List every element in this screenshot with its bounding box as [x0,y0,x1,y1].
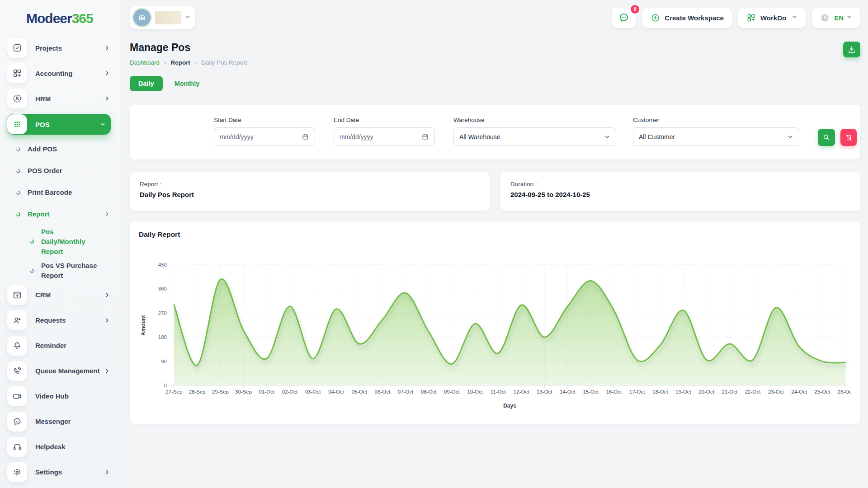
warehouse-field: Warehouse All Warehouse [453,117,633,146]
x-axis-label: 26-Oct [838,389,851,394]
duration-label: Duration : [510,181,850,188]
sidebar-item-label: Projects [35,44,104,52]
sidebar-item-pos-order[interactable]: POS Order [16,162,111,180]
sidebar: Modeer365 Projects Accounting HRM [0,0,120,488]
sidebar-item-report[interactable]: Report [16,205,111,223]
create-workspace-label: Create Workspace [665,14,724,22]
x-axis-label: 15-Oct [583,389,599,394]
chevron-right-icon [104,317,111,324]
breadcrumb-report[interactable]: Report [170,59,190,66]
sidebar-item-label: CRM [35,291,104,299]
sidebar-item-projects[interactable]: Projects [7,38,111,58]
sidebar-item-queue-management[interactable]: Queue Management [7,361,111,381]
end-date-input[interactable]: mm/dd/yyyy [334,127,435,146]
y-axis-label: 450 [158,262,167,267]
brand-logo[interactable]: Modeer365 [0,11,120,26]
sidebar-item-settings[interactable]: Settings [7,462,111,482]
messages-button[interactable]: 0 [612,8,636,28]
search-icon [822,133,830,141]
daily-report-card: Daily Report 09018027036045027-Sep28-Sep… [130,221,860,424]
x-axis-label: 02-Oct [282,389,298,394]
x-axis-label: 27-Sep [165,389,182,394]
page-header: Manage Pos Dashboard › Report › Daily Po… [130,42,860,66]
chart-title: Daily Report [139,230,851,239]
workspace-avatar [133,9,151,26]
language-selector[interactable]: EN [812,8,860,28]
sidebar-item-video-hub[interactable]: Video Hub [7,386,111,406]
breadcrumb-dashboard[interactable]: Dashboard [130,59,160,66]
chevron-right-icon [104,70,111,77]
gear-icon [7,462,27,482]
brand-name: Modeer [26,11,72,26]
download-icon [847,45,856,54]
bullet-icon [15,211,21,217]
sidebar-item-print-barcode[interactable]: Print Barcode [16,183,111,202]
sidebar-item-label: Report [28,209,104,219]
chat-icon [618,12,630,23]
download-button[interactable] [843,42,860,57]
sidebar-item-reminder[interactable]: Reminder [7,336,111,356]
sidebar-item-pos-vs-purchase-report[interactable]: Pos VS Purchase Report [30,261,98,281]
sidebar-item-label: HRM [35,95,104,103]
x-axis-label: 19-Oct [675,389,691,394]
clear-filter-icon [845,134,853,141]
x-axis-label: 28-Sep [189,389,206,394]
tab-monthly[interactable]: Monthly [175,80,200,87]
sidebar-item-label: POS [35,121,99,128]
sidebar-item-accounting[interactable]: Accounting [7,63,111,83]
y-axis-label: 0 [164,383,167,388]
duration-summary-card: Duration : 2024-09-25 to 2024-10-25 [500,172,860,211]
sidebar-item-pos[interactable]: POS [7,114,111,135]
sidebar-item-add-pos[interactable]: Add POS [16,140,111,158]
sidebar-item-helpdesk[interactable]: Helpdesk [7,437,111,457]
search-button[interactable] [818,129,835,146]
x-axis-label: 03-Oct [305,389,321,394]
chevron-right-icon [104,469,111,476]
chevron-right-icon [104,291,111,299]
sidebar-item-label: Add POS [28,144,111,154]
workspace-selector[interactable] [130,6,195,29]
warehouse-select[interactable]: All Warehouse [453,127,616,146]
x-axis-label: 05-Oct [351,389,367,394]
duration-value: 2024-09-25 to 2024-10-25 [510,191,850,198]
customer-value: All Customer [639,133,675,141]
chevron-down-icon [604,134,610,140]
globe-icon [820,13,830,23]
breadcrumb-current: Daily Pos Report [201,59,247,66]
chevron-down-icon [185,14,191,22]
start-date-input[interactable]: mm/dd/yyyy [214,127,315,146]
chart-area-wrap: 09018027036045027-Sep28-Sep29-Sep30-Sep0… [139,257,851,418]
sidebar-item-pos-daily-monthly-report[interactable]: Pos Daily/Monthly Report [30,227,98,256]
sidebar-item-messenger[interactable]: Messenger [7,412,111,432]
bullet-icon [29,268,35,274]
x-axis-label: 16-Oct [606,389,622,394]
reset-button[interactable] [840,129,857,146]
x-axis-label: 25-Oct [815,389,830,394]
customer-select[interactable]: All Customer [633,127,799,146]
x-axis-label: 08-Oct [421,389,437,394]
sidebar-item-hrm[interactable]: HRM [7,89,111,108]
y-axis-label: 180 [158,334,167,340]
date-placeholder: mm/dd/yyyy [340,133,373,141]
report-summary-card: Report : Daily Pos Report [130,172,490,211]
sidebar-item-crm[interactable]: CRM [7,285,111,305]
x-axis-label: 09-Oct [444,389,460,394]
requests-icon [7,310,27,330]
sidebar-nav: Projects Accounting HRM POS [0,38,120,488]
chevron-down-icon [99,121,106,128]
date-placeholder: mm/dd/yyyy [220,133,254,141]
video-camera-icon [7,386,27,406]
chevron-right-icon [104,44,111,52]
y-axis-label: 360 [158,286,167,291]
sidebar-item-requests[interactable]: Requests [7,310,111,330]
workdo-menu-button[interactable]: WorkDo [738,8,806,28]
sidebar-item-label: Messenger [35,418,111,425]
sidebar-item-label: Pos Daily/Monthly Report [41,227,98,256]
bullet-icon [29,239,35,244]
x-axis-label: 07-Oct [398,389,414,394]
tab-daily[interactable]: Daily [130,76,163,91]
sidebar-item-label: POS Order [28,166,111,176]
warehouse-label: Warehouse [453,117,633,123]
create-workspace-button[interactable]: Create Workspace [642,8,732,28]
projects-icon [7,38,27,58]
